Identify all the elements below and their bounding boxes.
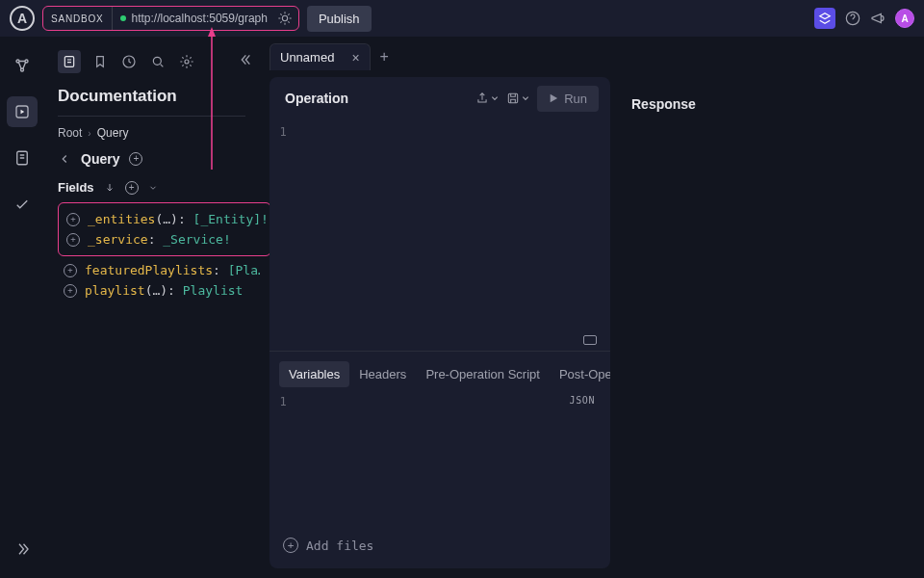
plus-icon: + xyxy=(283,538,298,553)
svg-point-9 xyxy=(185,60,189,64)
bottom-tab-strip: Variables Headers Pre-Operation Script P… xyxy=(270,351,610,387)
tab-headers[interactable]: Headers xyxy=(349,361,416,387)
close-tab-icon[interactable]: × xyxy=(351,51,359,65)
query-label: Query xyxy=(81,151,119,167)
back-arrow-icon[interactable] xyxy=(58,152,71,166)
run-button[interactable]: Run xyxy=(537,86,599,112)
connection-status-dot xyxy=(120,15,126,21)
field-list: + _entities(…): [_Entity]! + _service: _… xyxy=(58,202,260,301)
url-inner: http://localhost:5059/graph xyxy=(113,11,298,26)
tab-postop[interactable]: Post-Operation xyxy=(550,361,610,387)
search-icon[interactable] xyxy=(148,52,167,71)
response-title: Response xyxy=(631,96,696,112)
variables-editor[interactable]: 1 JSON + Add files xyxy=(270,387,610,568)
add-field-icon[interactable]: + xyxy=(64,284,77,298)
field-type: Playlist xyxy=(183,283,244,298)
divider xyxy=(58,116,245,117)
field-type: [_Entity]! xyxy=(193,212,269,226)
field-service[interactable]: + _service: _Service! xyxy=(61,229,269,250)
tab-variables[interactable]: Variables xyxy=(279,361,349,387)
bookmark-icon[interactable] xyxy=(90,52,110,71)
breadcrumb-current: Query xyxy=(97,126,129,140)
chevron-right-icon: › xyxy=(88,128,90,139)
left-rail xyxy=(0,37,44,578)
rail-play-icon[interactable] xyxy=(7,96,38,127)
rail-checks-icon[interactable] xyxy=(7,189,38,220)
field-playlist[interactable]: + playlist(…): Playlist xyxy=(58,280,260,301)
breadcrumb: Root › Query xyxy=(58,126,260,140)
save-button[interactable] xyxy=(506,92,529,105)
field-name: featuredPlaylists xyxy=(85,263,213,277)
top-bar: A SANDBOX http://localhost:5059/graph Pu… xyxy=(0,0,924,37)
help-icon[interactable] xyxy=(845,11,860,26)
sandbox-icon-button[interactable] xyxy=(814,8,835,29)
fields-header-row: Fields + xyxy=(58,180,260,195)
add-query-icon[interactable]: + xyxy=(129,152,142,166)
sandbox-badge: SANDBOX xyxy=(43,7,113,30)
field-name: playlist xyxy=(85,283,145,298)
operation-panel: Operation Run 1 Variables Headers Pre-Op… xyxy=(270,77,610,568)
sort-down-icon[interactable] xyxy=(104,182,116,194)
add-tab-icon[interactable]: + xyxy=(380,48,389,66)
doc-tab-docs-icon[interactable] xyxy=(58,50,81,73)
history-icon[interactable] xyxy=(119,52,139,71)
doc-title: Documentation xyxy=(58,87,260,106)
line-number: 1 xyxy=(270,125,296,139)
user-avatar[interactable]: A xyxy=(895,9,914,28)
rail-explorer-icon[interactable] xyxy=(7,50,38,81)
gear-icon[interactable] xyxy=(277,11,293,26)
settings-icon[interactable] xyxy=(177,52,196,71)
operation-editor[interactable]: 1 xyxy=(270,119,610,351)
announce-icon[interactable] xyxy=(870,11,886,26)
rail-expand-icon[interactable] xyxy=(7,534,38,565)
query-header-row: Query + xyxy=(58,151,260,167)
line-number: 1 xyxy=(270,395,296,408)
field-type: [Pla… xyxy=(228,263,260,277)
tab-unnamed[interactable]: Unnamed × xyxy=(270,43,371,70)
fields-label: Fields xyxy=(58,180,94,195)
run-label: Run xyxy=(564,92,587,106)
share-button[interactable] xyxy=(475,92,499,105)
tab-label: Unnamed xyxy=(280,50,334,65)
add-files-label: Add files xyxy=(306,539,373,553)
publish-button[interactable]: Publish xyxy=(307,6,372,32)
keyboard-icon[interactable] xyxy=(583,335,597,345)
breadcrumb-root[interactable]: Root xyxy=(58,126,82,140)
field-name: _service xyxy=(88,232,148,247)
doc-toolbar xyxy=(58,50,260,73)
rail-schema-icon[interactable] xyxy=(7,143,38,173)
top-right-actions: A xyxy=(814,8,914,29)
add-all-fields-icon[interactable]: + xyxy=(125,181,139,195)
add-field-icon[interactable]: + xyxy=(66,213,80,226)
field-featured-playlists[interactable]: + featuredPlaylists: [Pla… xyxy=(58,260,260,280)
chevron-down-icon[interactable] xyxy=(148,183,158,193)
add-field-icon[interactable]: + xyxy=(66,233,80,247)
highlighted-fields-box: + _entities(…): [_Entity]! + _service: _… xyxy=(58,202,271,256)
svg-rect-6 xyxy=(64,57,73,67)
tab-strip: Unnamed × + xyxy=(270,42,389,71)
tab-preop[interactable]: Pre-Operation Script xyxy=(416,361,550,387)
apollo-logo: A xyxy=(10,6,35,31)
documentation-panel: Documentation Root › Query Query + Field… xyxy=(44,37,270,578)
field-type: _Service! xyxy=(163,232,230,247)
operation-title: Operation xyxy=(285,91,348,106)
svg-rect-10 xyxy=(508,93,517,102)
url-capsule[interactable]: SANDBOX http://localhost:5059/graph xyxy=(42,6,299,31)
field-entities[interactable]: + _entities(…): [_Entity]! xyxy=(61,209,269,229)
svg-point-8 xyxy=(153,57,161,65)
json-badge: JSON xyxy=(570,395,595,406)
operation-header: Operation Run xyxy=(270,77,610,119)
endpoint-url[interactable]: http://localhost:5059/graph xyxy=(132,12,268,25)
collapse-sidebar-icon[interactable] xyxy=(237,52,252,67)
field-name: _entities xyxy=(88,212,155,226)
add-field-icon[interactable]: + xyxy=(64,264,77,277)
add-files-button[interactable]: + Add files xyxy=(283,538,373,553)
